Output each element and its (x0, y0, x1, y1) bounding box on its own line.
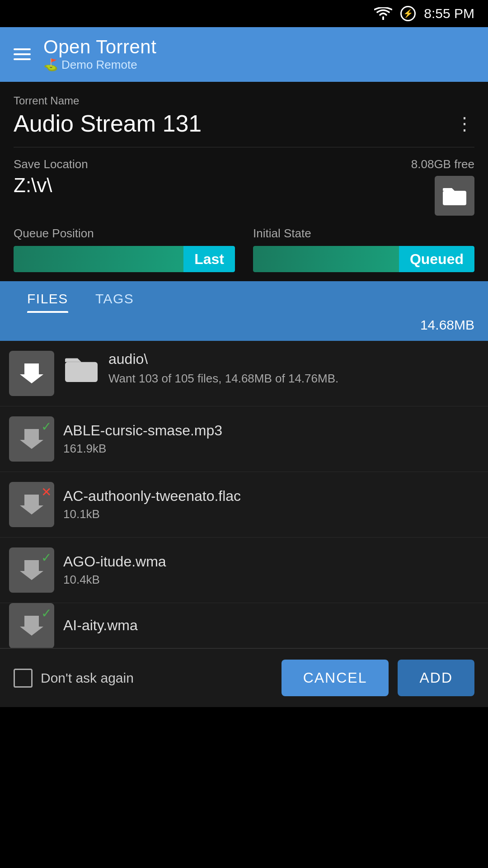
download-button[interactable]: ✓ (9, 547, 54, 593)
bolt-icon: ⚡ (400, 6, 416, 21)
file-info: AC-authoonly-tweenato.flac 10.1kB (63, 488, 479, 521)
save-location-left: Save Location Z:\v\ (14, 157, 88, 197)
dont-ask-label: Don't ask again (41, 670, 134, 686)
list-item: ✓ ABLE-cursic-smase.mp3 161.9kB (0, 406, 488, 472)
download-arrow-icon (20, 427, 43, 451)
file-name: ABLE-cursic-smase.mp3 (63, 422, 479, 439)
check-green-icon: ✓ (41, 550, 52, 565)
free-space-text: 8.08GB free (411, 157, 474, 171)
file-size: 10.1kB (63, 507, 479, 521)
download-button[interactable]: ✓ (9, 416, 54, 462)
file-info: AGO-itude.wma 10.4kB (63, 553, 479, 587)
app-bar: Open Torrent ⛳ Demo Remote (0, 27, 488, 82)
browse-folder-button[interactable] (435, 176, 474, 216)
svg-marker-3 (20, 429, 43, 449)
state-col: Initial State Queued (253, 226, 474, 272)
bottom-bar: Don't ask again CANCEL ADD (0, 648, 488, 707)
cancel-button[interactable]: CANCEL (282, 660, 389, 696)
svg-marker-1 (20, 363, 43, 383)
check-red-icon: ✕ (41, 485, 52, 500)
save-location-right: 8.08GB free (411, 157, 474, 216)
download-button[interactable] (9, 351, 54, 396)
save-location-label: Save Location (14, 157, 88, 171)
queue-state-row: Queue Position Last Initial State Queued (14, 226, 474, 272)
download-arrow-icon (20, 493, 43, 516)
torrent-name-label: Torrent Name (14, 94, 474, 107)
file-size-bar: 14.68MB (0, 313, 488, 341)
folder-icon (443, 186, 466, 205)
status-time: 8:55 PM (424, 6, 474, 21)
queue-track (14, 246, 183, 272)
file-size: 10.4kB (63, 573, 479, 587)
add-button[interactable]: ADD (398, 660, 474, 696)
queue-col: Queue Position Last (14, 226, 235, 272)
app-bar-subtitle: ⛳ Demo Remote (43, 58, 156, 72)
wifi-icon (374, 7, 392, 20)
svg-marker-5 (20, 560, 43, 580)
folder-detail: Want 103 of 105 files, 14.68MB of 14.76M… (108, 370, 479, 387)
dont-ask-checkbox[interactable] (14, 669, 33, 688)
torrent-name-value: Audio Stream 131 (14, 110, 202, 137)
divider (14, 147, 474, 147)
content-area: Torrent Name Audio Stream 131 ⋮ Save Loc… (0, 82, 488, 281)
app-bar-titles: Open Torrent ⛳ Demo Remote (43, 36, 156, 72)
queue-position-label: Queue Position (14, 226, 235, 241)
file-name: AGO-itude.wma (63, 553, 479, 570)
status-bar: ⚡ 8:55 PM (0, 0, 488, 27)
tab-tags[interactable]: TAGS (82, 281, 147, 313)
save-location-row: Save Location Z:\v\ 8.08GB free (14, 157, 474, 216)
folder-file-icon (65, 355, 98, 382)
tab-files[interactable]: FILES (14, 281, 82, 313)
file-info: ABLE-cursic-smase.mp3 161.9kB (63, 422, 479, 456)
download-button[interactable]: ✓ (9, 603, 54, 648)
svg-rect-2 (65, 362, 98, 382)
file-info: audio\ Want 103 of 105 files, 14.68MB of… (108, 351, 479, 387)
file-name: AC-authoonly-tweenato.flac (63, 488, 479, 505)
svg-rect-0 (443, 191, 466, 205)
folder-icon-wrap (63, 351, 99, 387)
save-location-value: Z:\v\ (14, 174, 88, 197)
list-item: ✓ AGO-itude.wma 10.4kB (0, 538, 488, 603)
tabs-bar: FILES TAGS (0, 281, 488, 313)
subtitle-text: Demo Remote (61, 58, 137, 72)
action-buttons: CANCEL ADD (282, 660, 474, 696)
menu-button[interactable] (14, 48, 31, 60)
total-size-text: 14.68MB (420, 317, 474, 332)
initial-state-label: Initial State (253, 226, 474, 241)
download-arrow-icon (20, 362, 43, 385)
list-item: ✓ AI-aity.wma (0, 603, 488, 648)
more-options-button[interactable]: ⋮ (455, 113, 474, 134)
queue-value: Last (183, 246, 235, 272)
download-arrow-icon (20, 614, 43, 637)
check-green-icon: ✓ (41, 419, 52, 434)
state-value: Queued (399, 246, 474, 272)
svg-marker-4 (20, 495, 43, 514)
state-track (253, 246, 399, 272)
file-name: AI-aity.wma (63, 617, 479, 634)
file-size: 161.9kB (63, 442, 479, 456)
check-green-icon: ✓ (41, 606, 52, 621)
torrent-name-row: Audio Stream 131 ⋮ (14, 110, 474, 137)
file-name: audio\ (108, 351, 479, 368)
queue-slider[interactable]: Last (14, 246, 235, 272)
file-info: AI-aity.wma (63, 617, 479, 634)
list-item: audio\ Want 103 of 105 files, 14.68MB of… (0, 341, 488, 406)
svg-marker-6 (20, 616, 43, 636)
tent-icon: ⛳ (43, 58, 58, 72)
app-bar-title: Open Torrent (43, 36, 156, 58)
download-button[interactable]: ✕ (9, 482, 54, 527)
list-item: ✕ AC-authoonly-tweenato.flac 10.1kB (0, 472, 488, 538)
files-list: audio\ Want 103 of 105 files, 14.68MB of… (0, 341, 488, 648)
state-slider[interactable]: Queued (253, 246, 474, 272)
download-arrow-icon (20, 558, 43, 582)
dont-ask-row: Don't ask again (14, 669, 134, 688)
